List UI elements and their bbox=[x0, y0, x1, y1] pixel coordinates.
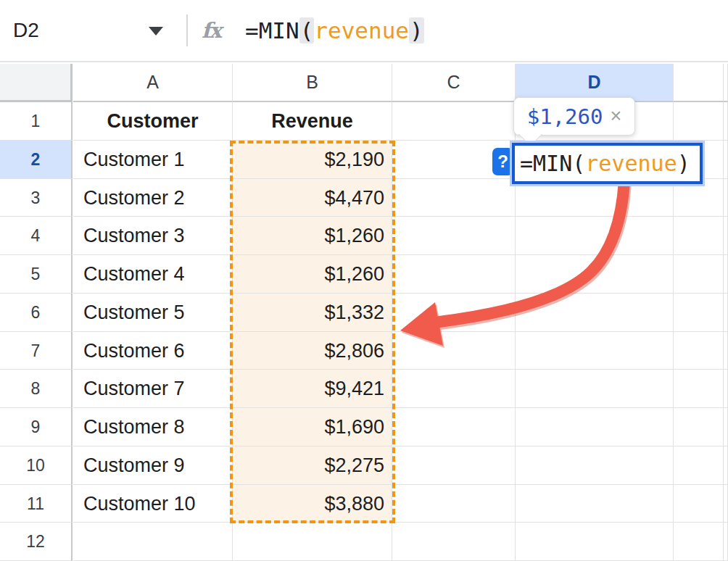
cell-E9[interactable] bbox=[674, 408, 724, 446]
cell-A8[interactable]: Customer 7 bbox=[73, 370, 233, 408]
row-header-12[interactable]: 12 bbox=[0, 523, 73, 561]
cell-F11[interactable] bbox=[724, 485, 728, 523]
column-header-A[interactable]: A bbox=[73, 64, 233, 102]
cell-F7[interactable] bbox=[724, 332, 728, 370]
cell-A5[interactable]: Customer 4 bbox=[73, 255, 233, 294]
cell-F1[interactable] bbox=[724, 102, 728, 141]
row-header-5[interactable]: 5 bbox=[0, 255, 73, 294]
cell-E5[interactable] bbox=[674, 255, 724, 294]
cell-B6[interactable]: $1,332 bbox=[233, 294, 392, 332]
cell-E1[interactable] bbox=[674, 102, 724, 141]
formula-open-paren: ( bbox=[299, 17, 315, 43]
cell-B7[interactable]: $2,806 bbox=[233, 332, 392, 370]
cell-A2[interactable]: Customer 1 bbox=[73, 141, 233, 179]
row-header-8[interactable]: 8 bbox=[0, 370, 73, 408]
column-header-E[interactable] bbox=[674, 64, 724, 102]
cell-B5[interactable]: $1,260 bbox=[233, 255, 392, 294]
cell-D11[interactable] bbox=[516, 485, 674, 523]
cell-E7[interactable] bbox=[674, 332, 724, 370]
cell-D4[interactable] bbox=[516, 217, 674, 255]
cell-A11[interactable]: Customer 10 bbox=[73, 485, 233, 523]
cell-D8[interactable] bbox=[516, 370, 674, 408]
row-header-11[interactable]: 11 bbox=[0, 485, 73, 523]
cell-A4[interactable]: Customer 3 bbox=[73, 217, 233, 255]
cell-B9[interactable]: $1,690 bbox=[233, 408, 392, 446]
tooltip-close-icon[interactable]: × bbox=[610, 107, 621, 126]
fx-icon: fx bbox=[202, 0, 220, 61]
row-header-7[interactable]: 7 bbox=[0, 332, 73, 370]
column-header-B[interactable]: B bbox=[233, 64, 392, 102]
formula-input[interactable]: =MIN(revenue) bbox=[245, 0, 424, 61]
row-header-1[interactable]: 1 bbox=[0, 102, 73, 141]
row-header-4[interactable]: 4 bbox=[0, 217, 73, 255]
row-header-3[interactable]: 3 bbox=[0, 179, 73, 217]
cell-C5[interactable] bbox=[392, 255, 516, 294]
cell-D9[interactable] bbox=[516, 408, 674, 446]
cell-B4[interactable]: $1,260 bbox=[233, 217, 392, 255]
cell-B11[interactable]: $3,880 bbox=[233, 485, 392, 523]
cell-B12[interactable] bbox=[233, 523, 392, 561]
cell-C12[interactable] bbox=[392, 523, 516, 561]
cell-C7[interactable] bbox=[392, 332, 516, 370]
cell-C3[interactable] bbox=[392, 179, 516, 217]
cell-A6[interactable]: Customer 5 bbox=[73, 294, 233, 332]
formula-close-paren: ) bbox=[409, 17, 424, 43]
cell-C1[interactable] bbox=[392, 102, 516, 141]
cell-F12[interactable] bbox=[724, 523, 728, 561]
formula-bar: D2 fx =MIN(revenue) bbox=[0, 0, 728, 62]
cell-C9[interactable] bbox=[392, 408, 516, 446]
cell-C8[interactable] bbox=[392, 370, 516, 408]
cell-B1[interactable]: Revenue bbox=[233, 102, 392, 141]
spreadsheet-app: D2 fx =MIN(revenue) ABCD 123456789101112… bbox=[0, 0, 728, 561]
cell-E10[interactable] bbox=[674, 446, 724, 485]
name-box[interactable]: D2 bbox=[13, 0, 39, 61]
cell-E12[interactable] bbox=[674, 523, 724, 561]
cell-C6[interactable] bbox=[392, 294, 516, 332]
row-header-6[interactable]: 6 bbox=[0, 294, 73, 332]
cell-D3[interactable] bbox=[516, 179, 674, 217]
row-header-2[interactable]: 2 bbox=[0, 141, 73, 179]
cell-B10[interactable]: $2,275 bbox=[233, 446, 392, 485]
cell-F10[interactable] bbox=[724, 446, 728, 485]
cell-E4[interactable] bbox=[674, 217, 724, 255]
cell-F5[interactable] bbox=[724, 255, 728, 294]
cell-D7[interactable] bbox=[516, 332, 674, 370]
cell-A9[interactable]: Customer 8 bbox=[73, 408, 233, 446]
column-header-C[interactable]: C bbox=[392, 64, 516, 102]
cell-E11[interactable] bbox=[674, 485, 724, 523]
cell-D10[interactable] bbox=[516, 446, 674, 485]
formula-help-button[interactable]: ? bbox=[492, 148, 513, 175]
cell-A3[interactable]: Customer 2 bbox=[73, 179, 233, 217]
name-box-dropdown-icon[interactable] bbox=[149, 27, 163, 36]
cell-E6[interactable] bbox=[674, 294, 724, 332]
cell-C11[interactable] bbox=[392, 485, 516, 523]
cell-F2[interactable] bbox=[724, 141, 728, 179]
formula-bar-divider bbox=[186, 14, 188, 46]
cell-E3[interactable] bbox=[674, 179, 724, 217]
cell-A1[interactable]: Customer bbox=[73, 102, 233, 141]
cell-F4[interactable] bbox=[724, 217, 728, 255]
cell-D5[interactable] bbox=[516, 255, 674, 294]
cell-D12[interactable] bbox=[516, 523, 674, 561]
cell-F6[interactable] bbox=[724, 294, 728, 332]
cell-editor-d2[interactable]: =MIN(revenue) bbox=[512, 143, 703, 184]
cell-C4[interactable] bbox=[392, 217, 516, 255]
row-header-9[interactable]: 9 bbox=[0, 408, 73, 446]
select-all-corner[interactable] bbox=[0, 64, 73, 102]
cell-B3[interactable]: $4,470 bbox=[233, 179, 392, 217]
cell-D6[interactable] bbox=[516, 294, 674, 332]
cell-F8[interactable] bbox=[724, 370, 728, 408]
cell-A12[interactable] bbox=[73, 523, 233, 561]
cell-E8[interactable] bbox=[674, 370, 724, 408]
cell-B2[interactable]: $2,190 bbox=[233, 141, 392, 179]
cell-A10[interactable]: Customer 9 bbox=[73, 446, 233, 485]
column-header-F[interactable] bbox=[724, 64, 728, 102]
cell-A7[interactable]: Customer 6 bbox=[73, 332, 233, 370]
cell-C10[interactable] bbox=[392, 446, 516, 485]
cell-F3[interactable] bbox=[724, 179, 728, 217]
row-header-10[interactable]: 10 bbox=[0, 446, 73, 485]
cell-F9[interactable] bbox=[724, 408, 728, 446]
edit-formula-prefix: =MIN bbox=[520, 151, 572, 176]
cell-B8[interactable]: $9,421 bbox=[233, 370, 392, 408]
edit-formula-range-name: revenue bbox=[585, 151, 677, 176]
